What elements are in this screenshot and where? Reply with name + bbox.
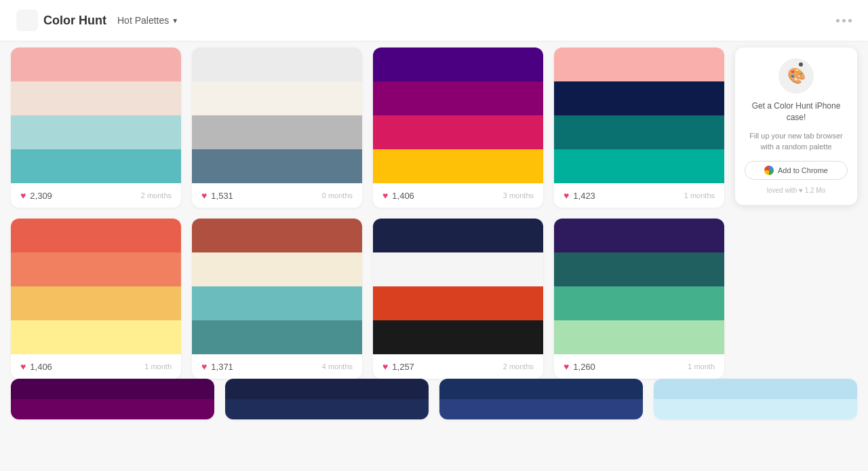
palette-footer: ♥1,4231 months xyxy=(554,183,724,208)
palette-card[interactable]: ♥1,3714 months xyxy=(192,219,362,379)
chevron-down-icon: ▼ xyxy=(172,17,178,24)
logo-area[interactable]: 🎨 Color Hunt xyxy=(16,10,106,31)
main-content: ♥2,3092 months♥1,5310 months♥1,4063 mont… xyxy=(0,0,868,379)
palette-footer: ♥1,4063 months xyxy=(373,183,543,208)
dot-2 xyxy=(842,19,846,22)
palette-card[interactable] xyxy=(11,379,214,419)
color-stripe xyxy=(373,48,543,81)
hot-palettes-nav[interactable]: Hot Palettes ▼ xyxy=(117,15,178,26)
palette-card[interactable]: ♥1,4061 month xyxy=(11,219,181,379)
color-stripe xyxy=(192,81,362,115)
like-area[interactable]: ♥1,257 xyxy=(382,361,414,372)
color-stripe xyxy=(11,115,181,149)
palette-card[interactable]: ♥1,4063 months xyxy=(373,48,543,208)
color-stripe xyxy=(225,379,429,399)
popup-dot xyxy=(799,62,803,67)
time-label: 1 month xyxy=(144,362,172,371)
sidebar-widget: 🎨 Get a Color Hunt iPhone case! Fill up … xyxy=(735,48,857,379)
like-area[interactable]: ♥1,371 xyxy=(201,361,233,372)
color-stripe xyxy=(654,399,857,419)
time-label: 3 months xyxy=(503,191,534,200)
color-stripe xyxy=(373,252,543,286)
color-stripe xyxy=(225,399,429,419)
like-area[interactable]: ♥2,309 xyxy=(20,190,52,201)
color-stripe xyxy=(11,252,181,286)
like-count: 1,257 xyxy=(392,362,414,372)
dot-1 xyxy=(836,19,840,22)
color-stripe xyxy=(439,399,643,419)
color-stripe xyxy=(554,320,724,354)
palette-card[interactable]: ♥1,5310 months xyxy=(192,48,362,208)
heart-icon: ♥ xyxy=(201,361,207,372)
popup-logo-icon: 🎨 xyxy=(787,67,806,85)
color-stripe xyxy=(11,81,181,115)
header-dots[interactable] xyxy=(836,19,852,22)
color-stripe xyxy=(11,379,214,399)
color-stripe xyxy=(192,252,362,286)
color-stripe xyxy=(373,219,543,252)
palette-card[interactable]: ♥1,2572 months xyxy=(373,219,543,379)
color-stripe xyxy=(11,48,181,81)
partial-row xyxy=(0,379,868,430)
like-count: 1,531 xyxy=(211,191,233,201)
heart-icon: ♥ xyxy=(382,361,388,372)
color-stripe xyxy=(554,149,724,183)
palette-footer: ♥1,4061 month xyxy=(11,354,181,379)
palette-footer: ♥1,5310 months xyxy=(192,183,362,208)
time-label: 4 months xyxy=(322,362,353,371)
popup-logo-wrap: 🎨 xyxy=(778,58,814,94)
like-count: 1,260 xyxy=(573,362,595,372)
like-area[interactable]: ♥1,406 xyxy=(20,361,52,372)
palette-card[interactable] xyxy=(654,379,857,419)
header: 🎨 Color Hunt Hot Palettes ▼ xyxy=(0,0,868,41)
chrome-icon xyxy=(764,166,774,175)
color-stripe xyxy=(192,149,362,183)
color-stripe xyxy=(192,286,362,320)
heart-icon: ♥ xyxy=(20,190,26,201)
color-stripe xyxy=(554,286,724,320)
nav-label: Hot Palettes xyxy=(117,15,169,26)
color-stripe xyxy=(192,115,362,149)
palette-card[interactable]: ♥1,2601 month xyxy=(554,219,724,379)
like-count: 1,406 xyxy=(392,191,414,201)
like-area[interactable]: ♥1,260 xyxy=(564,361,595,372)
color-stripe xyxy=(554,81,724,115)
palette-card[interactable]: ♥2,3092 months xyxy=(11,48,181,208)
chrome-popup: 🎨 Get a Color Hunt iPhone case! Fill up … xyxy=(735,48,857,205)
palette-footer: ♥1,2572 months xyxy=(373,354,543,379)
color-stripe xyxy=(11,149,181,183)
color-stripe xyxy=(373,286,543,320)
color-stripe xyxy=(192,48,362,81)
palette-card[interactable] xyxy=(439,379,643,419)
palette-card[interactable] xyxy=(225,379,429,419)
time-label: 2 months xyxy=(503,362,534,371)
color-stripe xyxy=(373,115,543,149)
like-area[interactable]: ♥1,406 xyxy=(382,190,414,201)
logo-text: Color Hunt xyxy=(43,14,106,28)
color-stripe xyxy=(554,115,724,149)
heart-icon: ♥ xyxy=(20,361,26,372)
color-stripe xyxy=(192,320,362,354)
time-label: 2 months xyxy=(141,191,172,200)
color-stripe xyxy=(11,286,181,320)
like-count: 1,371 xyxy=(211,362,233,372)
heart-icon: ♥ xyxy=(201,190,207,201)
add-chrome-label: Add to Chrome xyxy=(778,166,828,174)
like-count: 1,406 xyxy=(30,362,52,372)
color-stripe xyxy=(192,219,362,252)
logo-icon: 🎨 xyxy=(16,10,38,31)
color-stripe xyxy=(11,320,181,354)
color-stripe xyxy=(554,252,724,286)
add-to-chrome-button[interactable]: Add to Chrome xyxy=(745,161,848,180)
like-area[interactable]: ♥1,423 xyxy=(564,190,595,201)
dot-3 xyxy=(848,19,852,22)
like-area[interactable]: ♥1,531 xyxy=(201,190,233,201)
popup-desc: Fill up your new tab browser with a rand… xyxy=(745,130,848,153)
palette-footer: ♥1,2601 month xyxy=(554,354,724,379)
palette-card[interactable]: ♥1,4231 months xyxy=(554,48,724,208)
time-label: 0 months xyxy=(322,191,353,200)
time-label: 1 month xyxy=(688,362,715,371)
popup-footer: loved with ♥ 1.2 Mo xyxy=(745,187,848,194)
color-stripe xyxy=(373,320,543,354)
color-stripe xyxy=(373,81,543,115)
